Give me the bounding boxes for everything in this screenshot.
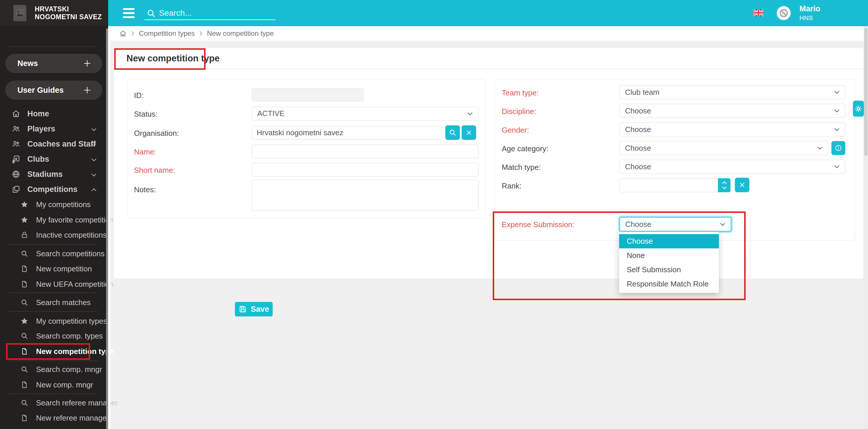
sidebar-news-button[interactable]: News [5,54,102,73]
sidebar-scrollbar[interactable] [106,29,108,429]
chevron-down-icon [719,221,726,228]
age-category-info-button[interactable] [831,141,845,155]
discipline-select[interactable]: Choose [619,104,845,118]
sidebar-item-search-comp-mngr[interactable]: Search comp. mngr [0,362,106,377]
sidebar-item-search-competitions[interactable]: Search competitions [0,246,106,261]
news-label: News [18,59,38,68]
star-icon [20,317,29,325]
general-info-card: ID: Status: ACTIVE Organisation: Name: S… [127,79,486,219]
image-placeholder-icon [15,9,25,18]
match-type-select[interactable]: Choose [619,160,845,174]
chevron-down-icon [816,145,823,151]
star-icon [20,200,29,208]
uk-flag-icon[interactable] [753,9,764,16]
status-select[interactable]: ACTIVE [252,107,478,120]
rank-field[interactable] [619,178,718,192]
file-icon [20,265,29,273]
sidebar-item-new-uefa-competition[interactable]: New UEFA competition [0,277,106,292]
user-name[interactable]: Mario [799,4,820,13]
org-logo [13,5,27,21]
search-icon [20,399,29,407]
match-type-label: Match type: [502,163,541,172]
organisation-search-button[interactable] [445,125,460,140]
sidebar-item-search-referee-manager[interactable]: Search referee manager [0,395,106,410]
sidebar-item-coaches-and-staff[interactable]: Coaches and Staff [0,136,106,151]
sidebar: HRVATSKI NOGOMETNI SAVEZ News User Guide… [0,0,108,429]
organisation-clear-button[interactable] [462,125,476,140]
plus-icon[interactable] [83,86,92,95]
chevron-right-icon [131,31,135,36]
page-title: New competition type [126,53,219,64]
dropdown-option-self-submission[interactable]: Self Submission [619,263,719,277]
star-icon [20,216,29,224]
sidebar-item-my-competition-types[interactable]: My competition types [0,314,106,328]
chevron-down-icon [90,156,98,164]
rank-stepper[interactable] [718,178,731,192]
competitions-icon [12,185,20,194]
dropdown-option-choose[interactable]: Choose [619,234,719,248]
search-input[interactable] [158,7,274,19]
user-guides-label: User Guides [18,86,64,95]
file-icon [20,381,29,389]
search-icon [146,8,156,18]
dropdown-option-none[interactable]: None [619,248,719,263]
settings-button[interactable] [853,101,864,117]
home-icon [12,109,20,118]
notes-field[interactable] [252,180,478,210]
sidebar-item-new-competition-type[interactable]: New competition type [0,344,106,359]
id-field [252,88,364,102]
chevron-up-icon [722,181,727,184]
home-icon[interactable] [119,30,127,37]
sidebar-item-competitions[interactable]: Competitions [0,182,106,197]
sidebar-item-my-competitions[interactable]: My competitions [0,197,106,212]
sidebar-user-guides-button[interactable]: User Guides [5,81,102,100]
sidebar-item-my-favorite-competitions[interactable]: My favorite competitions [0,212,106,227]
sidebar-item-inactive-competitions[interactable]: Inactive competitions [0,227,106,242]
close-icon [465,129,473,136]
chevron-down-icon [833,126,840,133]
lock-icon [20,231,29,239]
dropdown-option-responsible-match-role[interactable]: Responsible Match Role [619,277,719,291]
file-icon [20,347,29,355]
save-icon [238,305,247,314]
gender-select[interactable]: Choose [619,122,845,136]
name-field[interactable] [252,145,478,158]
sidebar-item-clubs[interactable]: Clubs [0,151,106,167]
avatar[interactable] [777,6,791,20]
age-category-select[interactable]: Choose [619,141,828,155]
chevron-down-icon [90,171,98,178]
breadcrumb-competition-types[interactable]: Competition types [139,29,195,37]
chevron-up-icon [90,186,98,194]
chevron-down-icon [467,110,473,117]
save-button[interactable]: Save [235,302,273,316]
sidebar-item-new-competition[interactable]: New competition [0,261,106,276]
hamburger-icon[interactable] [123,8,134,18]
page-scrollbar-thumb[interactable] [864,28,867,156]
sidebar-item-players[interactable]: Players [0,121,106,136]
info-icon [835,144,842,152]
chevron-down-icon [722,186,727,190]
sidebar-item-search-matches[interactable]: Search matches [0,295,106,310]
sidebar-item-stadiums[interactable]: Stadiums [0,167,106,182]
sidebar-item-home[interactable]: Home [0,106,106,121]
short-name-field[interactable] [252,163,478,176]
expense-submission-dropdown: Choose None Self Submission Responsible … [619,232,719,293]
sidebar-divider [9,244,97,245]
rank-clear-button[interactable] [735,178,749,192]
expense-submission-select[interactable]: Choose [619,217,732,231]
search-underline [145,20,275,20]
sidebar-header: HRVATSKI NOGOMETNI SAVEZ [0,0,108,26]
organisation-field[interactable] [252,126,442,140]
sidebar-item-new-referee-manager[interactable]: New referee manager [0,410,106,426]
team-type-select[interactable]: Club team [619,85,845,99]
main-panel: New competition type ID: Status: ACTIVE … [114,48,863,279]
gear-icon [855,105,862,113]
plus-icon[interactable] [83,59,92,68]
expense-submission-label: Expense Submission: [502,220,575,229]
sidebar-item-search-comp-types[interactable]: Search comp. types [0,328,106,343]
search-icon [448,128,457,137]
players-icon [12,124,20,133]
status-label: Status: [134,110,158,119]
discipline-label: Discipline: [502,107,536,116]
sidebar-item-new-comp-mngr[interactable]: New comp. mngr [0,377,106,392]
